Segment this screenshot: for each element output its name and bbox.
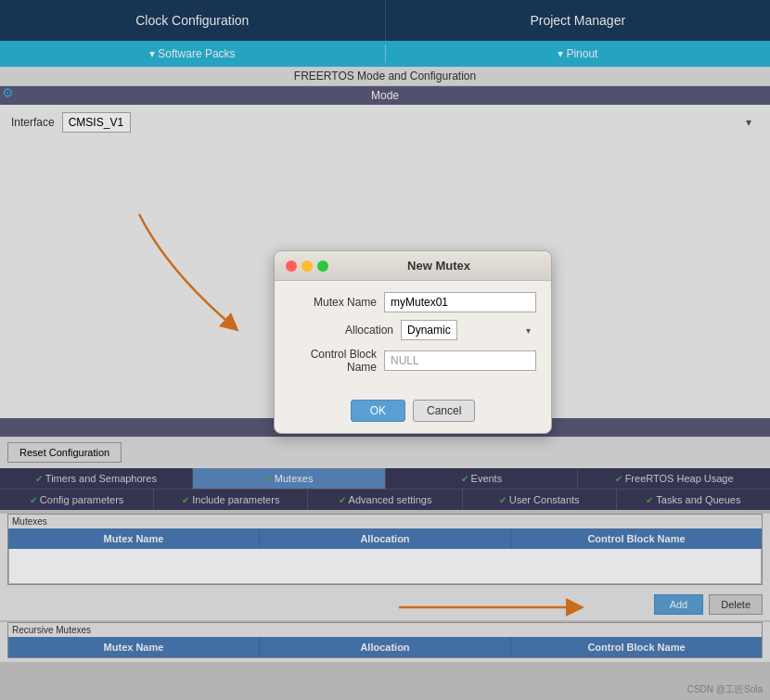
modal-titlebar: New Mutex: [275, 251, 551, 281]
modal-maximize-button[interactable]: [317, 261, 328, 272]
modal-row-allocation: Allocation Dynamic Static: [289, 320, 536, 340]
modal-footer: OK Cancel: [275, 392, 551, 433]
modal-allocation-wrapper: Dynamic Static: [401, 320, 536, 340]
modal-window-controls: [286, 261, 328, 272]
modal-body: Mutex Name Allocation Dynamic Static Con…: [275, 281, 551, 392]
modal-select-allocation[interactable]: Dynamic Static: [401, 320, 457, 340]
modal-input-mutex-name[interactable]: [384, 292, 536, 312]
modal-ok-button[interactable]: OK: [351, 400, 405, 422]
modal-label-control-block: Control Block Name: [289, 348, 384, 374]
modal-close-button[interactable]: [286, 261, 297, 272]
modal-cancel-button[interactable]: Cancel: [413, 400, 475, 422]
modal-row-mutex-name: Mutex Name: [289, 292, 536, 312]
new-mutex-dialog: New Mutex Mutex Name Allocation Dynamic …: [274, 250, 552, 434]
modal-input-control-block[interactable]: [384, 350, 536, 371]
modal-minimize-button[interactable]: [302, 261, 313, 272]
modal-row-control-block: Control Block Name: [289, 348, 536, 374]
modal-label-allocation: Allocation: [289, 324, 401, 337]
modal-title: New Mutex: [338, 259, 540, 273]
modal-label-mutex-name: Mutex Name: [289, 296, 384, 309]
